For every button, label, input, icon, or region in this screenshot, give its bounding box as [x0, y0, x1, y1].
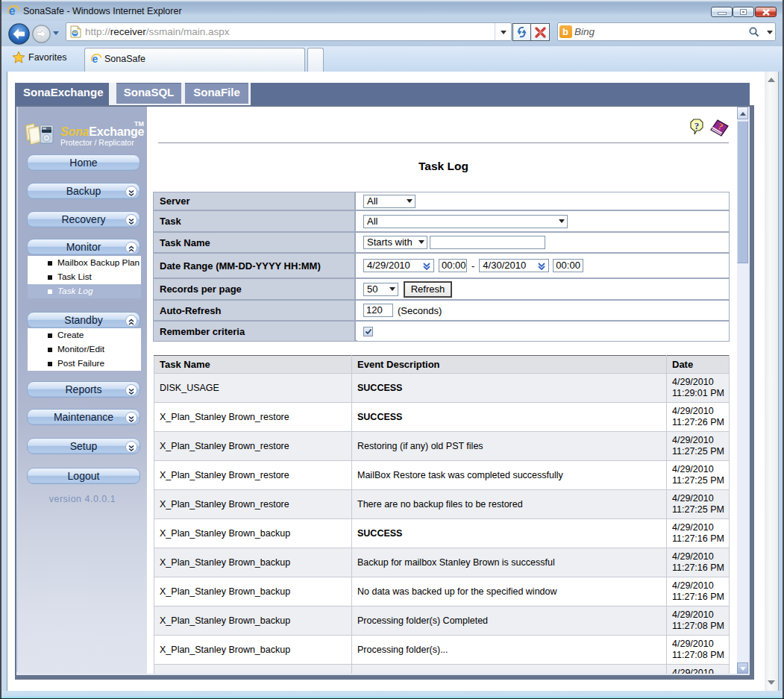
- svg-text:?: ?: [694, 120, 700, 131]
